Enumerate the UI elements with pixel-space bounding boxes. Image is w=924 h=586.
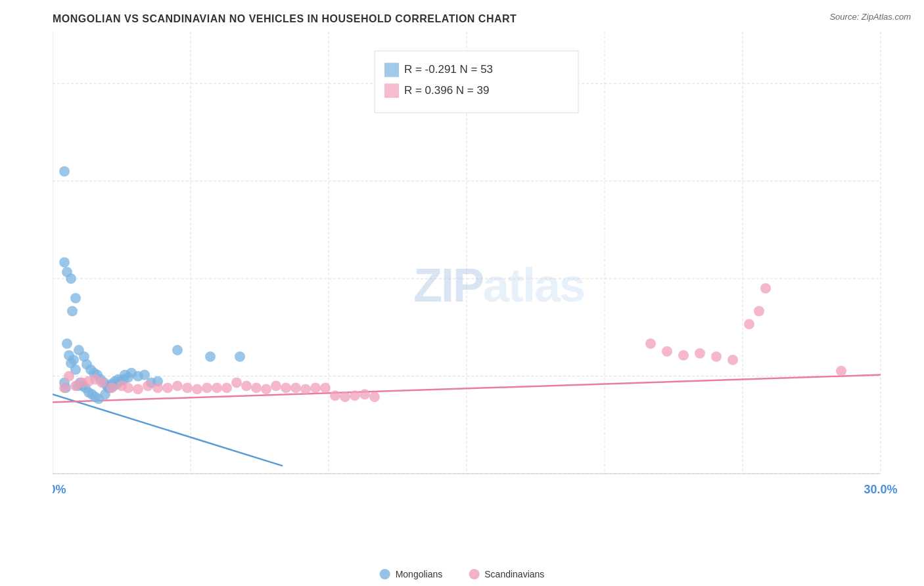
- mongolians-dot: [380, 569, 390, 579]
- svg-point-78: [64, 371, 74, 382]
- svg-point-100: [261, 384, 271, 394]
- mongolians-label: Mongolians: [396, 569, 443, 579]
- svg-point-92: [182, 382, 193, 393]
- svg-point-118: [695, 348, 705, 359]
- svg-point-113: [754, 306, 764, 317]
- scandinavians-label: Scandinavians: [484, 569, 544, 579]
- chart-container: MONGOLIAN VS SCANDINAVIAN NO VEHICLES IN…: [0, 0, 924, 586]
- svg-point-104: [300, 384, 311, 394]
- svg-point-98: [241, 380, 252, 391]
- svg-point-105: [310, 382, 321, 393]
- svg-rect-21: [384, 63, 399, 78]
- svg-point-87: [133, 384, 143, 394]
- svg-point-117: [678, 350, 689, 361]
- svg-point-29: [62, 338, 72, 349]
- svg-text:0.0%: 0.0%: [53, 483, 66, 496]
- chart-title: MONGOLIAN VS SCANDINAVIAN NO VEHICLES IN…: [53, 13, 911, 25]
- svg-point-74: [59, 257, 70, 267]
- svg-point-96: [221, 382, 232, 393]
- chart-area: ZIPatlas 40.0% 30.0% 20.0% 10.0%: [53, 32, 911, 539]
- svg-point-76: [66, 273, 76, 284]
- svg-point-70: [123, 372, 133, 383]
- svg-point-112: [744, 319, 754, 329]
- svg-point-93: [192, 384, 202, 394]
- svg-point-114: [760, 283, 771, 294]
- svg-point-107: [330, 390, 340, 401]
- svg-text:R = -0.291    N = 53: R = -0.291 N = 53: [404, 63, 493, 76]
- svg-point-108: [340, 392, 350, 402]
- svg-point-83: [97, 378, 107, 388]
- svg-point-121: [836, 366, 846, 376]
- svg-point-84: [106, 382, 117, 393]
- svg-point-101: [271, 380, 281, 391]
- svg-point-89: [152, 382, 163, 393]
- svg-line-25: [53, 394, 283, 466]
- svg-point-119: [711, 351, 722, 362]
- svg-text:R =  0.396    N = 39: R = 0.396 N = 39: [404, 84, 489, 97]
- svg-point-97: [231, 378, 242, 388]
- svg-point-86: [123, 382, 133, 393]
- scandinavians-dot: [469, 569, 479, 579]
- legend-item-mongolians: Mongolians: [380, 569, 443, 579]
- svg-point-73: [235, 351, 245, 362]
- svg-point-110: [359, 389, 370, 399]
- svg-point-88: [143, 380, 153, 391]
- svg-point-116: [662, 346, 672, 357]
- svg-point-71: [172, 345, 183, 355]
- svg-text:30.0%: 30.0%: [864, 483, 898, 496]
- source-text: Source: ZipAtlas.com: [829, 12, 911, 22]
- svg-point-91: [172, 380, 183, 391]
- svg-point-32: [68, 355, 79, 365]
- svg-point-90: [162, 382, 173, 393]
- svg-point-115: [645, 338, 656, 349]
- svg-point-77: [59, 382, 70, 393]
- svg-point-27: [59, 166, 70, 177]
- svg-point-72: [205, 351, 216, 362]
- svg-point-95: [212, 382, 222, 393]
- svg-point-102: [281, 382, 291, 393]
- legend-item-scandinavians: Scandinavians: [469, 569, 544, 579]
- svg-point-55: [70, 293, 81, 304]
- svg-rect-20: [375, 51, 578, 113]
- svg-point-106: [320, 382, 331, 393]
- svg-point-120: [728, 355, 738, 365]
- scatter-chart: 40.0% 30.0% 20.0% 10.0% 0.0% 30.0% No Ve…: [53, 32, 911, 539]
- svg-rect-23: [384, 83, 399, 98]
- svg-point-103: [290, 382, 301, 393]
- svg-point-94: [202, 382, 212, 393]
- svg-point-28: [67, 306, 78, 317]
- svg-point-99: [251, 382, 262, 393]
- chart-legend: Mongolians Scandinavians: [380, 569, 545, 579]
- svg-point-111: [369, 392, 380, 402]
- svg-point-109: [350, 390, 360, 401]
